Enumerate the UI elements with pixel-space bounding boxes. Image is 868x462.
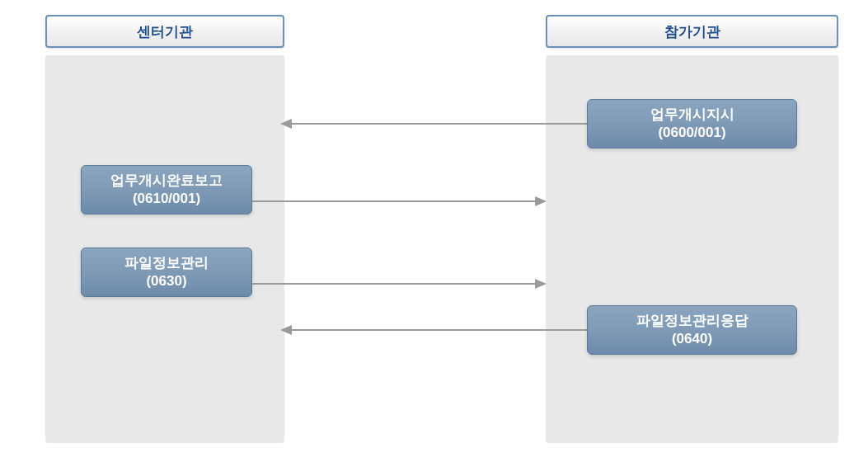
message-box-start-complete-report: 업무개시완료보고 (0610/001) [81,165,252,214]
message-box-start-instruction: 업무개시지시 (0600/001) [587,99,797,148]
sequence-diagram: 센터기관 참가기관 업무개시지시 (0600/001) 업무개시완료보고 (06… [0,0,868,462]
message-box-file-info-response: 파일정보관리응답 (0640) [587,305,797,355]
arrow-2-line [252,200,537,202]
right-header-label: 참가기관 [664,22,720,41]
arrow-2-head [535,196,547,206]
message-box-file-info-mgmt: 파일정보관리 (0630) [81,248,252,297]
left-column-header: 센터기관 [45,15,284,48]
left-header-label: 센터기관 [137,22,193,41]
msg-left-1-title: 업무개시완료보고 [110,172,223,190]
msg-right-1-title: 업무개시지시 [650,106,734,124]
arrow-3-line [252,283,537,285]
arrow-1-head [280,119,292,129]
msg-left-2-title: 파일정보관리 [124,254,209,272]
arrow-4-head [280,325,292,335]
arrow-4-line [290,329,587,331]
arrow-3-head [535,279,547,289]
right-column-header: 참가기관 [546,15,838,48]
msg-right-2-title: 파일정보관리응답 [636,312,748,330]
msg-right-2-code: (0640) [672,330,712,348]
msg-left-2-code: (0630) [146,272,186,290]
msg-left-1-code: (0610/001) [133,190,200,208]
arrow-1-line [290,123,587,125]
msg-right-1-code: (0600/001) [658,124,725,142]
